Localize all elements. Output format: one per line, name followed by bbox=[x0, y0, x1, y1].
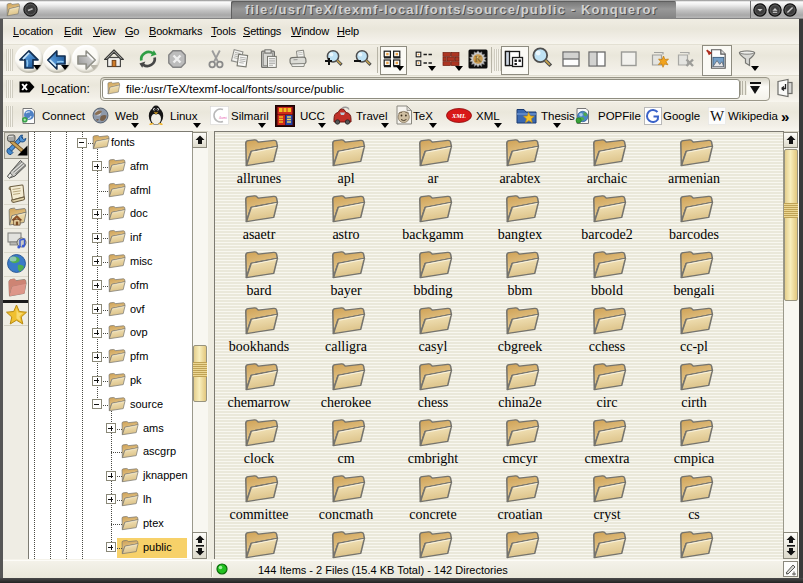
svg-text:4umi: 4umi bbox=[219, 116, 227, 120]
svg-text:XML: XML bbox=[451, 112, 466, 119]
svg-text:W: W bbox=[710, 108, 725, 124]
